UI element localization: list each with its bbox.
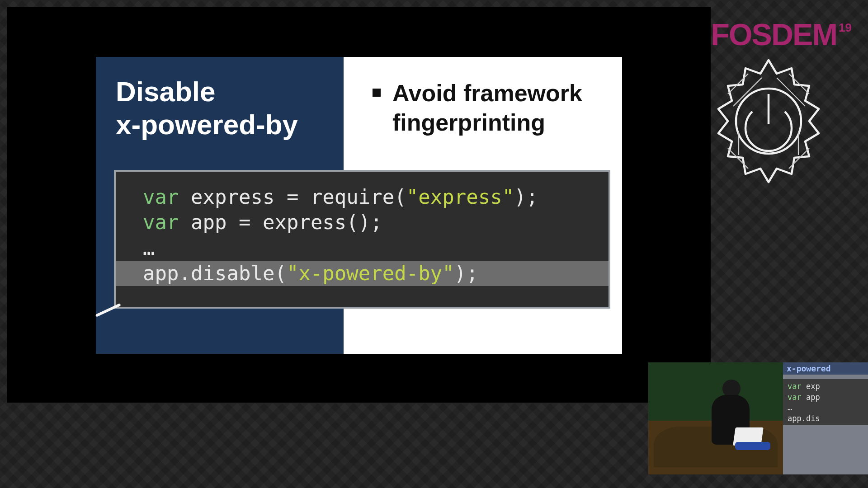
svg-line-1 bbox=[728, 74, 748, 94]
svg-line-5 bbox=[728, 148, 748, 169]
gear-power-icon bbox=[701, 53, 836, 189]
code-line-1: var express = require("express"); bbox=[116, 184, 609, 210]
code-line-4-highlighted: app.disable("x-powered-by"); bbox=[116, 261, 609, 286]
slide-title-line2: x-powered-by bbox=[116, 109, 298, 140]
presentation-slide: Disable x-powered-by Avoid framework fin… bbox=[96, 57, 622, 354]
svg-line-3 bbox=[789, 74, 809, 94]
svg-line-6 bbox=[789, 148, 809, 169]
stage-monitor-title: x-powered bbox=[783, 362, 868, 375]
code-line-2: var app = express(); bbox=[116, 210, 609, 235]
slide-bullet-text: Avoid framework fingerprinting bbox=[392, 79, 604, 137]
fosdem-logo: FOSDEM 19 bbox=[711, 19, 852, 50]
brand-year: 19 bbox=[839, 21, 852, 35]
blue-pad bbox=[735, 442, 770, 450]
slide-title-line1: Disable bbox=[116, 76, 216, 107]
slide-body-panel: Avoid framework fingerprinting bbox=[344, 57, 622, 137]
speaker-camera bbox=[648, 362, 783, 474]
slide-bullet: Avoid framework fingerprinting bbox=[373, 79, 604, 137]
stage-monitor: x-powered var exp var app … app.dis bbox=[783, 362, 868, 474]
svg-line-2 bbox=[733, 78, 762, 106]
code-block: var express = require("express"); var ap… bbox=[116, 172, 609, 307]
bullet-square-icon bbox=[373, 89, 381, 97]
camera-pip: x-powered var exp var app … app.dis bbox=[648, 362, 868, 474]
slide-title: Disable x-powered-by bbox=[116, 75, 324, 141]
code-line-3: … bbox=[116, 235, 609, 261]
stage-monitor-code: var exp var app … app.dis bbox=[783, 379, 868, 425]
main-video-stream: Disable x-powered-by Avoid framework fin… bbox=[7, 7, 711, 403]
brand-word: FOSDEM bbox=[711, 19, 837, 50]
